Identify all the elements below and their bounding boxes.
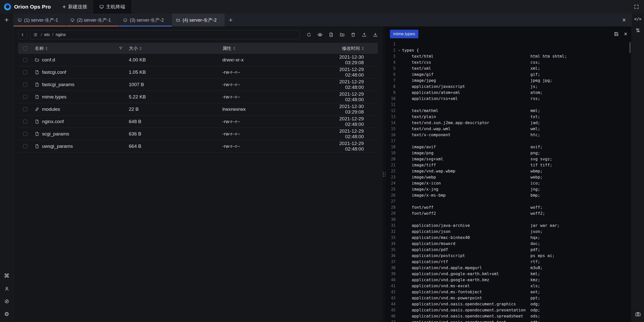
line-number: 20 [386, 156, 395, 162]
code-text: image/webp webp; [402, 174, 543, 180]
code-line: 5 text/xml xml; [386, 65, 631, 71]
row-checkbox[interactable] [23, 120, 27, 124]
row-checkbox[interactable] [23, 70, 27, 74]
panel-splitter[interactable] [383, 27, 386, 322]
new-folder-button[interactable] [340, 32, 345, 37]
session-tab[interactable]: (2) server-生产-1 [66, 14, 119, 26]
breadcrumb-segment[interactable]: etc [44, 32, 50, 37]
refresh-button[interactable] [306, 32, 311, 37]
file-name[interactable]: fastcgi.conf [42, 69, 66, 75]
fold-gutter [396, 144, 402, 150]
row-checkbox[interactable] [23, 58, 27, 62]
screenshot-button[interactable] [635, 311, 641, 317]
file-size: 1007 B [128, 82, 222, 87]
row-checkbox[interactable] [23, 144, 27, 148]
row-checkbox[interactable] [23, 107, 27, 111]
table-row[interactable]: mime.types 5.22 KB -rw-r--r-- 2021-12-29… [18, 91, 378, 103]
line-number: 18 [386, 144, 395, 150]
file-size: 4.00 KB [128, 57, 222, 63]
row-checkbox[interactable] [23, 95, 27, 99]
user-profile-button[interactable] [4, 286, 9, 291]
delete-button[interactable] [351, 32, 356, 37]
fold-gutter [396, 253, 402, 259]
close-all-tabs-button[interactable]: × [617, 14, 631, 26]
row-checkbox[interactable] [23, 132, 27, 136]
file-icon [35, 95, 39, 99]
file-name[interactable]: nginx.conf [42, 119, 64, 124]
plus-icon: + [229, 16, 233, 24]
fold-toggle-icon[interactable] [396, 47, 402, 53]
code-line: 36 application/postscript ps eps ai; [386, 253, 631, 259]
line-number: 42 [386, 289, 395, 295]
save-file-button[interactable] [614, 31, 619, 37]
settings-button[interactable]: ⚙ [4, 311, 9, 317]
new-connection-button[interactable]: + [5, 17, 9, 23]
fold-gutter [396, 120, 402, 126]
table-row[interactable]: fastcgi.conf 1.05 KB -rw-r--r-- 2021-12-… [18, 66, 378, 79]
code-line: 38 application/vnd.apple.mpegurl m3u8; [386, 265, 631, 271]
app-logo-icon [4, 3, 11, 10]
code-text: application/vnd.ms-excel xls; [402, 283, 540, 289]
column-header-size[interactable]: 大小 [129, 45, 138, 51]
file-name[interactable]: modules [42, 106, 60, 112]
breadcrumb-segment[interactable]: nginx [56, 32, 66, 37]
new-file-button[interactable] [329, 32, 334, 37]
close-editor-button[interactable]: × [624, 31, 627, 37]
file-name[interactable]: fastcgi_params [42, 82, 74, 87]
user-icon [4, 286, 9, 291]
column-header-name[interactable]: 名称 [35, 45, 44, 51]
file-mtime: 2021-12-29 02:48:00 [323, 141, 378, 152]
file-name[interactable]: conf.d [42, 57, 55, 63]
file-attr: lrwxrwxrwx [222, 106, 323, 112]
fold-gutter [396, 162, 402, 168]
add-tab-button[interactable]: + [225, 14, 236, 26]
sort-attr-control[interactable] [233, 47, 235, 50]
menu-new-connection[interactable]: + 新建连接 [56, 0, 93, 14]
filter-button[interactable] [119, 46, 123, 50]
table-row[interactable]: uwsgi_params 664 B -rw-r--r-- 2021-12-29… [18, 140, 378, 153]
code-text: application/postscript ps eps ai; [402, 253, 555, 259]
app-window: Orion Ops Pro + 新建连接 主机终端 + ⌘ [0, 0, 644, 322]
directory-list-button[interactable] [33, 32, 37, 37]
column-header-mtime[interactable]: 修改时间 [342, 45, 360, 51]
back-button[interactable] [18, 30, 27, 39]
table-row[interactable]: scgi_params 636 B -rw-r--r-- 2021-12-29 … [18, 128, 378, 140]
table-row[interactable]: conf.d 4.00 KB drwxr-xr-x 2021-12-30 03:… [18, 54, 378, 66]
toggle-hidden-files-button[interactable] [317, 32, 323, 37]
terminal-icon [18, 18, 22, 22]
editor-file-tab[interactable]: mime.types [390, 30, 418, 38]
code-text: application/javascript js; [402, 84, 538, 90]
editor-scrollbar[interactable] [629, 42, 631, 53]
swap-panels-button[interactable]: ⇅ [636, 28, 640, 33]
right-rail: </> ⇅ [631, 14, 644, 322]
file-name[interactable]: uwsgi_params [42, 144, 73, 149]
session-tab[interactable]: (1) server-生产-1 [14, 14, 66, 26]
session-tab[interactable]: (3) server-生产-2 [119, 14, 172, 26]
line-number: 26 [386, 192, 395, 198]
list-icon [33, 32, 37, 37]
sort-mtime-control[interactable] [362, 47, 364, 50]
sort-name-control[interactable] [46, 47, 48, 50]
fullscreen-button[interactable] [629, 0, 644, 14]
command-shortcuts-button[interactable]: ⌘ [4, 273, 10, 279]
row-checkbox[interactable] [23, 83, 27, 87]
compass-button[interactable] [4, 299, 9, 304]
table-row[interactable]: nginx.conf 648 B -rw-r--r-- 2021-12-29 0… [18, 116, 378, 128]
session-tab[interactable]: (4) server-生产-2 [172, 14, 225, 26]
line-number: 9 [386, 90, 395, 96]
menu-host-terminal[interactable]: 主机终端 [93, 0, 131, 14]
select-all-checkbox[interactable] [23, 46, 27, 50]
table-row[interactable]: modules 22 B lrwxrwxrwx 2021-12-30 03:29… [18, 103, 378, 116]
toggle-editor-button[interactable]: </> [634, 17, 641, 21]
fold-gutter [396, 180, 402, 186]
table-row[interactable]: fastcgi_params 1007 B -rw-r--r-- 2021-12… [18, 79, 378, 91]
editor-body[interactable]: 1 2 types { 3 text/html html htm shtml; … [386, 41, 631, 322]
column-header-attr[interactable]: 属性 [222, 45, 231, 51]
file-name[interactable]: scgi_params [42, 131, 69, 137]
file-name[interactable]: mime.types [42, 94, 66, 100]
topbar: Orion Ops Pro + 新建连接 主机终端 [0, 0, 644, 14]
upload-button[interactable] [362, 32, 367, 37]
sort-size-control[interactable] [140, 47, 142, 50]
breadcrumb-bar: /etc/nginx [30, 30, 300, 39]
download-button[interactable] [373, 32, 378, 37]
